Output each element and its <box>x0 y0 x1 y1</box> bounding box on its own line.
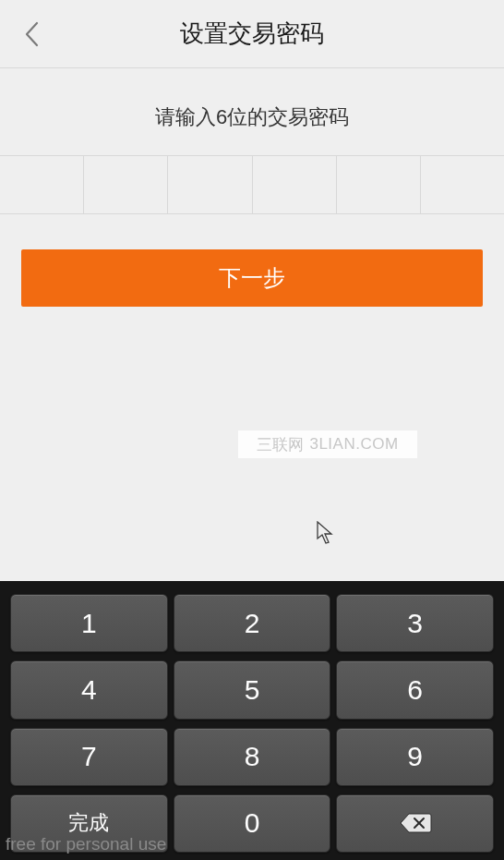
password-box-1 <box>0 156 84 213</box>
password-box-5 <box>337 156 421 213</box>
key-7[interactable]: 7 <box>10 728 168 786</box>
key-0[interactable]: 0 <box>174 794 331 853</box>
password-prompt: 请输入6位的交易密码 <box>0 68 504 155</box>
password-input-boxes[interactable] <box>0 155 504 214</box>
page-title: 设置交易密码 <box>0 18 504 50</box>
password-box-3 <box>168 156 252 213</box>
watermark-cn: 三联网 <box>257 434 304 455</box>
key-backspace[interactable] <box>336 794 494 853</box>
watermark-en: 3LIAN.COM <box>309 435 398 454</box>
key-4[interactable]: 4 <box>10 660 168 719</box>
header: 设置交易密码 <box>0 0 504 68</box>
key-1[interactable]: 1 <box>10 594 168 652</box>
next-button[interactable]: 下一步 <box>21 249 483 307</box>
numeric-keypad: 1 2 3 4 5 6 7 8 9 完成 0 <box>0 581 504 860</box>
mouse-cursor <box>317 521 335 545</box>
key-5[interactable]: 5 <box>174 660 331 719</box>
password-box-2 <box>84 156 168 213</box>
key-2[interactable]: 2 <box>174 594 331 652</box>
backspace-icon <box>399 812 432 834</box>
watermark: 三联网 3LIAN.COM <box>238 430 417 458</box>
chevron-left-icon <box>24 21 39 47</box>
password-box-4 <box>253 156 337 213</box>
key-6[interactable]: 6 <box>336 660 494 719</box>
key-9[interactable]: 9 <box>336 728 494 786</box>
key-8[interactable]: 8 <box>174 728 331 786</box>
password-box-6 <box>421 156 504 213</box>
back-icon[interactable] <box>22 19 41 49</box>
key-3[interactable]: 3 <box>336 594 494 652</box>
footer-text: free for personal use <box>6 834 166 854</box>
